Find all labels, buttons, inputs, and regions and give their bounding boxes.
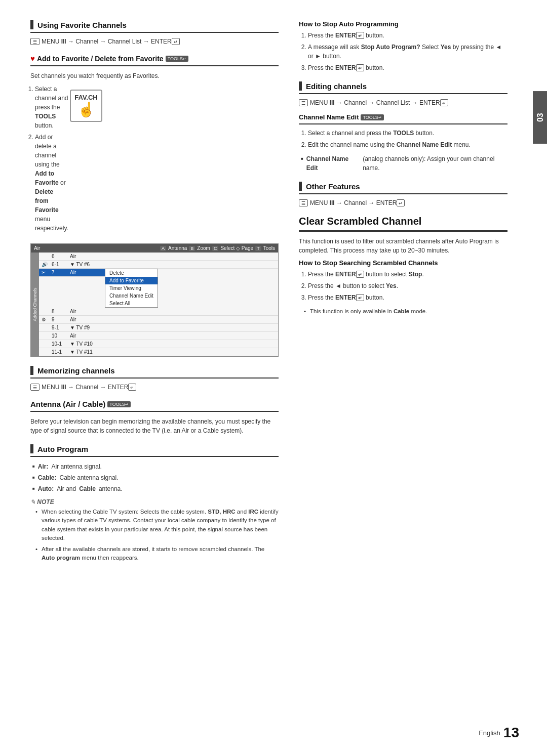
- add-to-favorite-section: ♥ Add to Favorite / Delete from Favorite…: [30, 54, 279, 357]
- how-to-stop-scrambled-heading: How to Stop Searching Scrambled Channels: [299, 259, 507, 267]
- channel-name-edit-title: Channel Name Edit: [299, 113, 359, 121]
- fav-ch-box: FAV.CH ☝: [70, 90, 102, 122]
- scrambled-step-2: Press the ◄ button to select Yes.: [308, 281, 507, 290]
- clear-scrambled-title: Clear Scrambled Channel: [299, 216, 507, 232]
- other-features-title: Other Features: [306, 182, 360, 191]
- other-features-path-text: MENU III → Channel → ENTER↵: [310, 199, 405, 206]
- tools-badge-antenna: TOOLS↵: [107, 401, 130, 407]
- page-footer: English 13: [479, 725, 519, 741]
- heart-icon: ♥: [30, 54, 35, 63]
- channel-row: 9-1 ▼ TV #9: [39, 324, 278, 332]
- table-header-air: Air: [34, 245, 40, 251]
- enter-icon-other: ↵: [397, 199, 405, 206]
- scrambled-note-item: This function is only available in Cable…: [304, 307, 507, 316]
- add-favorite-steps: Select a channel and press the TOOLS but…: [28, 85, 68, 235]
- ch-name: ▼ TV #9: [70, 325, 276, 330]
- enter-icon: ↵: [172, 38, 180, 45]
- enter-icon-mem: ↵: [128, 384, 136, 391]
- channel-table-body: Added Channels 6 Air 🔊 6-1: [31, 253, 278, 356]
- ch-num: 8: [52, 309, 67, 314]
- page-number: 13: [503, 725, 519, 741]
- channel-row: 🔊 6-1 ▼ TV #6: [39, 261, 278, 269]
- memorizing-channels-section: Memorizing channels ☰ MENU III → Channel…: [30, 366, 279, 391]
- editing-channels-section: Editing channels ☰ MENU III → Channel → …: [299, 81, 507, 173]
- ch-num: 11-1: [52, 349, 67, 355]
- enter-icon-s1: ↵: [356, 271, 364, 278]
- scrambled-note: This function is only available in Cable…: [299, 307, 507, 316]
- memorizing-title: Memorizing channels: [37, 366, 115, 375]
- editing-channels-heading: Editing channels: [299, 81, 507, 94]
- auto-program-note: NOTE When selecting the Cable TV system:…: [30, 498, 279, 563]
- ch-num: 10: [52, 333, 67, 339]
- ch-name: ▼ TV #10: [70, 341, 276, 347]
- using-favorite-heading: Using Favorite Channels: [30, 20, 279, 33]
- clear-scrambled-section: Clear Scrambled Channel This function is…: [299, 216, 507, 316]
- editing-path-text: MENU III → Channel → Channel List → ENTE…: [310, 99, 448, 106]
- note-list: When selecting the Cable TV system: Sele…: [30, 508, 279, 563]
- ch-num: 6-1: [52, 262, 67, 267]
- menu-icon: ☰: [30, 38, 40, 45]
- channel-table-header: Air A Antenna B Zoom C Select ◇ Page T T…: [31, 244, 278, 253]
- ch-icon: ✂: [42, 270, 49, 275]
- side-tab: 03 Basic Features: [533, 91, 547, 144]
- ch-name: Air: [70, 254, 276, 259]
- ch-num: 10-1: [52, 341, 67, 347]
- section-bar-edit: [299, 81, 302, 91]
- ch-name: Air: [70, 309, 276, 314]
- ch-name: ▼ TV #6: [70, 262, 276, 267]
- context-menu-select-all[interactable]: Select All: [105, 300, 158, 307]
- section-bar-auto: [30, 444, 33, 453]
- channel-name-edit-heading-row: Channel Name Edit TOOLS↵: [299, 113, 507, 124]
- editing-channels-title: Editing channels: [306, 82, 367, 91]
- memorizing-path-text: MENU III → Channel → ENTER↵: [42, 384, 136, 391]
- right-column: How to Stop Auto Programming Press the E…: [299, 20, 507, 736]
- using-favorite-menu-path: ☰ MENU III → Channel → Channel List → EN…: [30, 38, 279, 45]
- enter-icon-edit: ↵: [440, 99, 448, 106]
- other-features-section: Other Features ☰ MENU III → Channel → EN…: [299, 182, 507, 206]
- channel-row-selected: ✂ 7 Air: [39, 269, 105, 277]
- page-language: English: [479, 729, 500, 737]
- ch-num: 7: [52, 270, 67, 275]
- using-favorite-title: Using Favorite Channels: [37, 21, 127, 29]
- name-edit-step-1: Select a channel and press the TOOLS but…: [308, 129, 507, 138]
- ch-name: Air: [70, 317, 276, 322]
- step-3-press-enter: Press the ENTER↵ button.: [308, 63, 507, 72]
- context-menu-add-favorite[interactable]: Add to Favorite: [105, 277, 158, 284]
- context-menu-timer[interactable]: Timer Viewing: [105, 284, 158, 292]
- channel-name-edit-section: Channel Name Edit TOOLS↵ Select a channe…: [299, 113, 507, 173]
- bullet-air: Air: Air antenna signal.: [32, 462, 279, 471]
- bullet-cable: Cable: Cable antenna signal.: [32, 473, 279, 482]
- antenna-heading-row: Antenna (Air / Cable) TOOLS↵: [30, 400, 279, 412]
- auto-program-section: Auto Program Air: Air antenna signal. Ca…: [30, 444, 279, 563]
- clear-scrambled-body: This function is used to filter out scra…: [299, 237, 507, 255]
- add-favorite-step-1: Select a channel and press the TOOLS but…: [35, 85, 68, 130]
- key-a: A: [160, 246, 166, 251]
- memorizing-menu-path: ☰ MENU III → Channel → ENTER↵: [30, 384, 279, 391]
- name-edit-step-2: Edit the channel name using the Channel …: [308, 140, 507, 149]
- fav-ch-label: FAV.CH: [74, 94, 98, 101]
- how-to-stop-title: How to Stop Auto Programming: [299, 20, 399, 28]
- how-to-stop-scrambled-section: How to Stop Searching Scrambled Channels…: [299, 259, 507, 316]
- ch-num: 9: [52, 317, 67, 322]
- channel-row: 11-1 ▼ TV #11: [39, 348, 278, 356]
- channel-row: 6 Air: [39, 253, 278, 261]
- context-menu-name-edit[interactable]: Channel Name Edit: [105, 292, 158, 300]
- enter-icon-1: ↵: [356, 32, 364, 39]
- step-2-stop-auto: A message will ask Stop Auto Program? Se…: [308, 43, 507, 61]
- auto-program-heading: Auto Program: [30, 444, 279, 457]
- using-favorite-channels-section: Using Favorite Channels ☰ MENU III → Cha…: [30, 20, 279, 45]
- key-b: B: [189, 246, 195, 251]
- step-1-press-enter: Press the ENTER↵ button.: [308, 31, 507, 40]
- note-item-1: When selecting the Cable TV system: Sele…: [35, 508, 279, 542]
- fav-ch-hand-icon: ☝: [77, 101, 95, 118]
- section-bar-other: [299, 182, 302, 191]
- context-menu-delete[interactable]: Delete: [105, 269, 158, 277]
- editing-channels-menu-path: ☰ MENU III → Channel → Channel List → EN…: [299, 99, 507, 106]
- ch-num: 6: [52, 254, 67, 259]
- antenna-section: Antenna (Air / Cable) TOOLS↵ Before your…: [30, 400, 279, 435]
- how-to-stop-steps: Press the ENTER↵ button. A message will …: [299, 31, 507, 72]
- key-t: T: [255, 246, 261, 251]
- auto-program-title: Auto Program: [37, 445, 88, 453]
- tools-badge-favorite: TOOLS↵: [166, 56, 188, 62]
- channel-list-container: Select a channel and press the TOOLS but…: [30, 85, 279, 235]
